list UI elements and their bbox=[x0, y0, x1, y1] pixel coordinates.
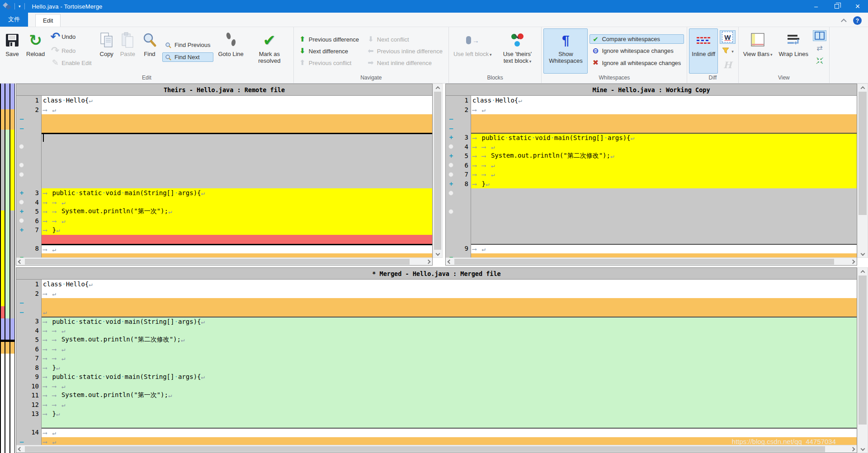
diff-marker: – bbox=[16, 308, 27, 316]
redo-button[interactable]: ↷Redo bbox=[49, 44, 95, 57]
previous-difference-button[interactable]: ⬆Previous difference bbox=[297, 34, 362, 44]
mark-as-resolved-button[interactable]: ✔ Mark as resolved bbox=[247, 28, 292, 74]
undo-button[interactable]: ↶Undo bbox=[49, 29, 95, 44]
quick-access-dropdown-icon[interactable]: ▾ bbox=[18, 4, 22, 9]
code-text bbox=[42, 298, 857, 308]
previous-inline-difference-button[interactable]: ⬅Previous inline difference bbox=[365, 46, 446, 56]
locator-segment-green bbox=[5, 130, 9, 318]
next-difference-button[interactable]: ⬇Next difference bbox=[297, 46, 362, 56]
title-bar: ▾ Hello.java - TortoiseMerge – × bbox=[0, 0, 868, 13]
pane-theirs-vscrollbar[interactable] bbox=[433, 84, 443, 258]
filter-button[interactable]: ▾ bbox=[720, 46, 736, 57]
code-line: +5⟶ ⟶System.out.println("第一次");↵ bbox=[16, 207, 432, 216]
space-glyph: · bbox=[75, 373, 79, 380]
code-text: ⟶ ⟶System.out.println("第二次修改");↵ bbox=[42, 335, 857, 345]
pane-merged-editor[interactable]: 1class·Hello{↵2⟶↵––↵3⟶public·static·void… bbox=[16, 280, 857, 445]
split-view-button[interactable] bbox=[813, 30, 826, 41]
switch-left-right-button[interactable]: ⇄ bbox=[813, 43, 826, 53]
diff-marker: + bbox=[16, 208, 27, 215]
ignore-whitespace-changes-button[interactable]: ⊖Ignore whitespace changes bbox=[590, 46, 684, 56]
paste-button[interactable]: Paste bbox=[118, 28, 138, 74]
show-whitespaces-button[interactable]: ¶ Show Whitespaces bbox=[543, 28, 588, 74]
diff-marker bbox=[19, 144, 24, 149]
pane-theirs-editor[interactable]: 1class·Hello{↵2⟶↵––+3⟶public·static·void… bbox=[16, 96, 432, 257]
collapse-blocks-button[interactable]: ↘↙↗↖ bbox=[813, 56, 826, 66]
locator-merged[interactable] bbox=[5, 84, 10, 453]
goto-line-button[interactable]: Goto Line bbox=[215, 28, 246, 74]
collapse-ribbon-icon[interactable] bbox=[841, 19, 847, 24]
compare-whitespaces-button[interactable]: ✔Compare whitespaces bbox=[590, 34, 684, 44]
code-text: ⟶}↵ bbox=[42, 363, 857, 373]
tab-file[interactable]: 文件 bbox=[0, 12, 28, 27]
reload-button[interactable]: ↻ Reload bbox=[24, 28, 47, 74]
help-button[interactable]: ? bbox=[853, 16, 862, 25]
next-conflict-button[interactable]: ⬇Next conflict bbox=[365, 34, 446, 44]
code-line: 6⟶ ⟶↵ bbox=[446, 161, 857, 170]
locator-mine[interactable] bbox=[10, 84, 15, 453]
find-next-button[interactable]: Find Next bbox=[162, 52, 213, 62]
scroll-up-icon[interactable] bbox=[858, 268, 868, 276]
find-button[interactable]: Find bbox=[139, 28, 160, 74]
ribbon-group-diff: Inline diff W ▾ H Diff bbox=[687, 27, 738, 83]
pane-merged-vscrollbar[interactable] bbox=[857, 267, 868, 453]
locator-segment-white bbox=[10, 354, 14, 453]
view-bars-button[interactable]: View Bars▾ bbox=[741, 28, 775, 74]
pane-mine-hscrollbar[interactable] bbox=[446, 257, 857, 265]
use-theirs-text-block-button[interactable]: Use 'theirs' text block▾ bbox=[495, 28, 539, 74]
minimize-button[interactable]: – bbox=[806, 0, 826, 13]
scroll-left-icon[interactable] bbox=[446, 258, 453, 266]
code-line bbox=[16, 235, 432, 244]
inline-diff-button[interactable]: Inline diff bbox=[689, 28, 718, 74]
gutter: = bbox=[446, 253, 471, 258]
diff-marker: – bbox=[16, 299, 27, 306]
wrap-lines-icon bbox=[785, 31, 802, 50]
scroll-right-icon[interactable] bbox=[849, 258, 857, 266]
copy-button[interactable]: Copy bbox=[97, 28, 117, 74]
newline-glyph: ↵ bbox=[486, 180, 489, 187]
inline-char-diff-button[interactable]: H bbox=[720, 59, 736, 71]
locator-segment-yellow bbox=[10, 130, 14, 210]
space-glyph: · bbox=[491, 97, 495, 104]
code-line: – bbox=[16, 114, 432, 124]
code-text: ⟶public·static·void·main(String[]·args){… bbox=[471, 133, 857, 142]
use-left-block-button[interactable]: → Use left block▾ bbox=[451, 28, 495, 74]
locator-segment-orange bbox=[10, 342, 14, 354]
tab-edit[interactable]: Edit bbox=[35, 14, 61, 27]
find-previous-button[interactable]: Find Previous bbox=[162, 40, 213, 50]
locator-theirs[interactable] bbox=[0, 84, 5, 453]
scroll-up-icon[interactable] bbox=[433, 84, 442, 92]
code-text: ⟶}↵ bbox=[42, 225, 432, 235]
space-glyph: · bbox=[102, 318, 105, 325]
save-button[interactable]: Save bbox=[2, 28, 23, 74]
scroll-left-icon[interactable] bbox=[16, 445, 24, 453]
scroll-up-icon[interactable] bbox=[858, 84, 868, 92]
pane-theirs-hscrollbar[interactable] bbox=[16, 257, 432, 265]
pane-mine-editor[interactable]: 1class·Hello{↵2⟶↵––+3⟶public·static·void… bbox=[446, 96, 857, 257]
wrap-lines-button[interactable]: Wrap Lines bbox=[776, 28, 811, 74]
restore-button[interactable] bbox=[826, 0, 847, 13]
newline-glyph: ↵ bbox=[52, 106, 56, 113]
inline-word-diff-button[interactable]: W bbox=[720, 30, 736, 44]
ignore-all-whitespace-changes-button[interactable]: ✖Ignore all whitespace changes bbox=[590, 58, 684, 68]
locator-bar[interactable] bbox=[0, 84, 15, 453]
close-button[interactable]: × bbox=[847, 0, 868, 13]
scroll-down-icon[interactable] bbox=[858, 445, 868, 453]
next-inline-difference-button[interactable]: ➡Next inline difference bbox=[365, 58, 446, 68]
newline-glyph: ↵ bbox=[89, 280, 92, 288]
pane-mine-vscrollbar[interactable] bbox=[857, 84, 868, 258]
code-text: ⟶ ⟶↵ bbox=[42, 198, 432, 207]
previous-conflict-button[interactable]: ⬆Previous conflict bbox=[297, 58, 362, 68]
scroll-down-icon[interactable] bbox=[433, 250, 442, 257]
group-label-diff: Diff bbox=[687, 74, 738, 83]
scroll-right-icon[interactable] bbox=[425, 258, 432, 266]
code-text bbox=[42, 151, 432, 161]
newline-glyph: ↵ bbox=[481, 106, 485, 113]
scroll-right-icon[interactable] bbox=[849, 445, 857, 453]
gutter: – bbox=[16, 114, 42, 124]
enable-edit-button[interactable]: ✎Enable Edit bbox=[49, 57, 95, 68]
line-number: 2 bbox=[457, 106, 471, 113]
scroll-left-icon[interactable] bbox=[16, 258, 24, 266]
scroll-down-icon[interactable] bbox=[858, 250, 868, 257]
locator-segment-gray bbox=[1, 130, 5, 210]
pane-merged-hscrollbar[interactable] bbox=[16, 445, 857, 453]
